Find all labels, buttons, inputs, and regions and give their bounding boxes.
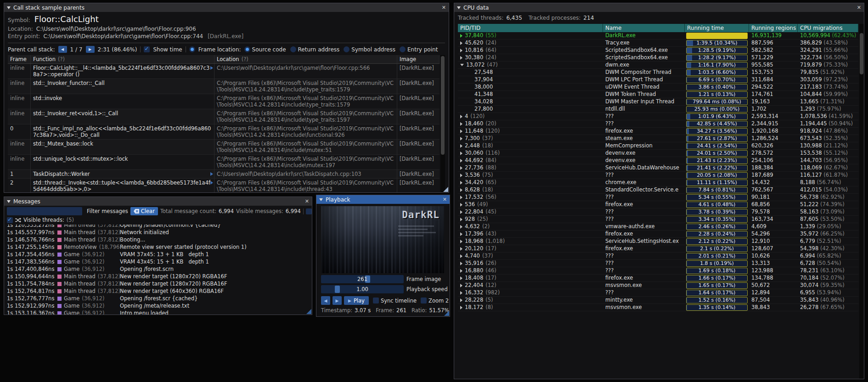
resize-grip[interactable] <box>443 187 448 192</box>
callstack-column-header[interactable]: Location(?) <box>214 55 397 63</box>
expand-row-icon[interactable] <box>460 284 462 287</box>
expand-row-icon[interactable] <box>460 218 462 221</box>
radio-icon[interactable] <box>244 46 250 52</box>
cpu-row[interactable]: 17,532(56)???5.34 s (0.55%)90,18156,738 … <box>458 194 858 201</box>
callstack-column-header[interactable]: Image <box>397 55 440 63</box>
radio-icon[interactable] <box>344 46 349 52</box>
goto-source-icon[interactable] <box>210 181 213 185</box>
cpu-row[interactable]: 11,648(120)firefox.exe34.27 s (3.56%)1,9… <box>458 128 858 135</box>
sync-timeline-checkbox[interactable] <box>373 298 379 303</box>
frame-location-option[interactable]: Source code <box>244 46 286 53</box>
expand-row-icon[interactable] <box>460 203 462 207</box>
collapse-icon[interactable] <box>7 6 11 9</box>
cpu-row[interactable]: 3,536(75)???20.05 s (2.08%)187,689116,12… <box>458 172 858 179</box>
cpu-row[interactable]: 45,620(24)Tracy.exe1:39.5 (10.34%)887,59… <box>458 39 858 47</box>
message-row[interactable]: 1s 120,333,272nsMain thread(37,812)Openi… <box>7 225 312 229</box>
message-row[interactable]: 1s 152,764,817nsMain thread(37,812)New r… <box>7 287 312 295</box>
expand-row-icon[interactable] <box>460 152 462 155</box>
expand-row-icon[interactable] <box>460 129 462 133</box>
close-icon[interactable]: ✕ <box>443 197 447 202</box>
clear-button[interactable]: Clear <box>130 207 158 215</box>
next-frame-button[interactable]: ▶ <box>333 296 342 305</box>
cpu-row[interactable]: 28,228(5)mintty.exe1.52 s (0.16%)87,5043… <box>458 297 858 304</box>
cpu-column-header[interactable]: Name <box>603 24 685 32</box>
expand-row-icon[interactable] <box>460 306 462 309</box>
next-callstack-button[interactable]: ▶ <box>86 46 95 53</box>
frame-image-slider[interactable]: 261 <box>321 275 404 283</box>
cpu-row[interactable]: 17,396(43)firefox.exe2.28 s (0.24%)54,29… <box>458 230 858 238</box>
cpu-row[interactable]: 536(49)firefox.exe4.61 s (0.48%)68,85651… <box>458 201 858 208</box>
callstack-titlebar[interactable]: Call stack sample parents ✕ <box>4 3 449 12</box>
cpu-row[interactable]: 4,632(2)vmware-authd.exe2.46 s (0.26%)4,… <box>458 223 858 230</box>
cpu-row[interactable]: 22,404(12)msvsmon.exe1.65 s (0.17%)50,67… <box>458 282 858 289</box>
cpu-row[interactable]: 2,448(18)MemCompression24.41 s (2.54%)62… <box>458 142 858 150</box>
expand-row-icon[interactable] <box>460 49 462 52</box>
expand-row-icon[interactable] <box>460 56 462 60</box>
radio-icon[interactable] <box>400 46 406 52</box>
expand-row-icon[interactable] <box>460 247 462 251</box>
cpu-column-header[interactable]: PID/TID <box>458 24 603 32</box>
expand-row-icon[interactable] <box>460 34 462 38</box>
cpu-row[interactable]: 34,420(65)chrome.exe11.11 s (1.15%)14,43… <box>458 179 858 186</box>
expand-row-icon[interactable] <box>460 115 462 118</box>
callstack-row[interactable]: inlinestd::_Invoker_functor::_CallC:\Pro… <box>8 79 440 94</box>
cpu-scrollbar[interactable] <box>859 24 864 379</box>
scrollbar-thumb[interactable] <box>860 33 863 74</box>
prev-frame-button[interactable]: ◀ <box>321 296 330 305</box>
cpu-row[interactable]: 34,028DWM Master Input Thread799.64 ms (… <box>458 98 858 106</box>
frame-location-option[interactable]: Symbol address <box>344 46 395 53</box>
expand-row-icon[interactable] <box>460 225 462 229</box>
cpu-column-header[interactable]: Running time <box>685 24 749 32</box>
cpu-row[interactable]: 30,060(116)devenv.exe24.01 s (2.50%)278,… <box>458 150 858 157</box>
cpu-row[interactable]: 18,172(8)msvsmon.exe1.35 s (0.14%)38,843… <box>458 304 858 311</box>
visible-threads-checkbox[interactable] <box>7 217 13 223</box>
radio-icon[interactable] <box>290 46 296 52</box>
expand-row-icon[interactable] <box>460 144 462 148</box>
expand-row-icon[interactable] <box>460 181 462 185</box>
cpu-row[interactable]: 22,804(45)???3.78 s (0.39%)79,57858,163 … <box>458 208 858 216</box>
cpu-row[interactable]: 16,880(46)???1.69 s (0.18%)123,98878,231… <box>458 267 858 275</box>
resize-grip[interactable] <box>444 311 449 316</box>
cpu-row[interactable]: 27,800ntdll.dll25.93 ms (0.00%)1,7021,29… <box>458 106 858 113</box>
cpu-row[interactable]: 928(25)???3.34 s (0.35%)163,73487,605 (5… <box>458 216 858 223</box>
cpu-column-header[interactable]: CPU migrations <box>798 24 858 32</box>
cpu-row[interactable]: 4(120)???1:01.9 (6.43%)2,593,3141,078,53… <box>458 113 858 120</box>
cpu-row[interactable]: 10,816(64)ScriptedSandbox64.exe1:28.5 (9… <box>458 47 858 54</box>
callstack-row[interactable]: 1TaskDispatch::WorkerC:\Users\wolf\Deskt… <box>8 170 440 179</box>
expand-row-icon[interactable] <box>460 262 462 265</box>
message-row[interactable]: 1s 153,116,367nsGame(36,912)Intro menu l… <box>7 309 312 315</box>
cpu-row[interactable]: 8,628(18)StandardCollector.Service.e7.84… <box>458 186 858 194</box>
callstack-row[interactable]: inlinestd::invokeC:\Program Files (x86)\… <box>8 94 440 109</box>
expand-row-icon[interactable] <box>460 196 462 199</box>
cpu-column-header[interactable]: Running regions <box>749 24 798 32</box>
play-button[interactable]: ▶ Play <box>344 296 369 305</box>
callstack-row[interactable]: 0std::_Func_impl_no_alloc<<lambda_5bc224… <box>8 124 440 140</box>
prev-callstack-button[interactable]: ◀ <box>58 46 67 53</box>
expand-row-icon[interactable] <box>460 269 462 273</box>
callstack-row[interactable]: inlineFloor::CalcLight::__l4::<lambda_5b… <box>8 64 440 79</box>
expand-row-icon[interactable] <box>460 232 462 236</box>
expand-row-icon[interactable] <box>460 291 462 295</box>
expand-row-icon[interactable] <box>460 240 462 243</box>
cpu-row[interactable]: 27,736(88)ServiceHub.DataWarehouse21.41 … <box>458 164 858 172</box>
playback-speed-slider[interactable]: 1.00 <box>321 285 404 293</box>
expand-row-icon[interactable] <box>460 174 462 177</box>
cpu-row[interactable]: 18,968(1,018)ServiceHub.SettingsHost.ex2… <box>458 238 858 245</box>
expand-row-icon[interactable] <box>460 298 462 302</box>
expand-row-icon[interactable] <box>460 137 462 140</box>
playback-titlebar[interactable]: Playback ✕ <box>316 195 450 204</box>
cpu-row[interactable]: 30,380(24)ScriptedSandbox64.exe1:28.2 (9… <box>458 54 858 62</box>
message-row[interactable]: 1s 147,400,846nsGame(36,912)Opening /for… <box>7 265 312 273</box>
zoom-2x-checkbox[interactable] <box>421 298 427 303</box>
cpu-row[interactable]: 41,348DWM Token Thread1.21 s (0.13%)174,… <box>458 91 858 98</box>
cpu-row[interactable]: 20,120(17)firefox.exe2.1 s (0.22%)128,60… <box>458 245 858 253</box>
show-time-checkbox[interactable] <box>144 46 150 52</box>
message-row[interactable]: 1s 147,255,145nsRemoteView(18,796)Remote… <box>7 243 312 251</box>
callstack-row[interactable]: inlinestd::_Invoker_ret<void,1>::_CallC:… <box>8 109 440 124</box>
expand-row-icon[interactable] <box>460 276 462 280</box>
goto-source-icon[interactable] <box>210 172 213 176</box>
messages-titlebar[interactable]: Messages ✕ <box>4 197 312 206</box>
expand-row-icon[interactable] <box>460 210 462 214</box>
cpu-row[interactable]: 18,460(20)???42.85 s (4.45%)2,344,9151,1… <box>458 120 858 128</box>
frame-location-option[interactable]: Entry point <box>400 46 438 53</box>
